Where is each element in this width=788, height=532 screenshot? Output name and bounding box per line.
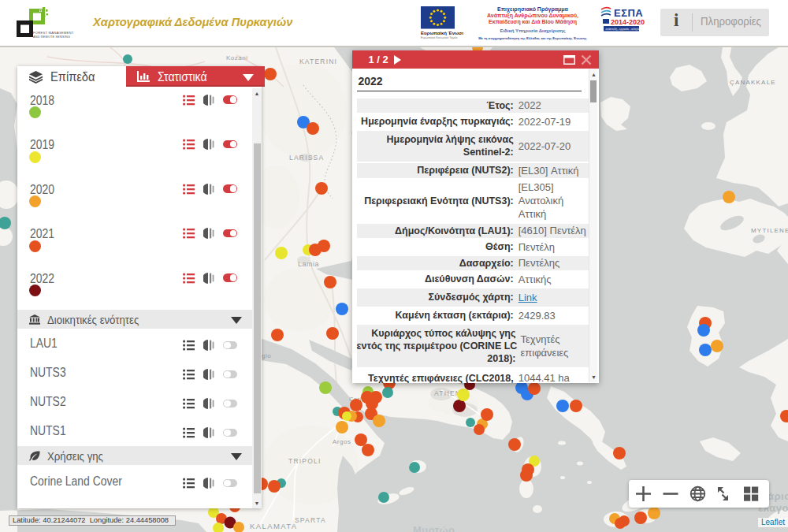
svg-text:KATERINI: KATERINI <box>299 58 337 65</box>
svg-text:2014-2020: 2014-2020 <box>611 18 645 26</box>
svg-text:Kozani: Kozani <box>226 54 247 61</box>
svg-text:TRIPOLI: TRIPOLI <box>288 457 321 465</box>
svg-text:Ευρωπαϊκή Ένωση: Ευρωπαϊκή Ένωση <box>421 31 463 35</box>
svg-text:KALAMATA: KALAMATA <box>250 522 297 530</box>
svg-text:άριο: άριο <box>768 490 788 502</box>
svg-text:SPARTA: SPARTA <box>295 516 326 524</box>
svg-text:AND REMOTE SENSING: AND REMOTE SENSING <box>33 35 70 39</box>
svg-text:ανάπτυξη - εργασία - αλληλεγγύ: ανάπτυξη - εργασία - αλληλεγγύη <box>606 28 645 31</box>
svg-text:Ευρωπαϊκό Κοινωνικό Ταμείο: Ευρωπαϊκό Κοινωνικό Ταμείο <box>421 36 458 39</box>
svg-text:Lamia: Lamia <box>298 260 319 268</box>
svg-text:MYTILENE: MYTILENE <box>751 227 788 234</box>
svg-text:Μυρτώο: Μυρτώο <box>413 524 455 532</box>
svg-text:Argos: Argos <box>333 438 351 445</box>
svg-text:LARISSA: LARISSA <box>289 154 324 162</box>
svg-text:ÇANAKKALE: ÇANAKKALE <box>730 79 776 86</box>
svg-text:FOREST MANAGEMENT: FOREST MANAGEMENT <box>33 31 74 35</box>
